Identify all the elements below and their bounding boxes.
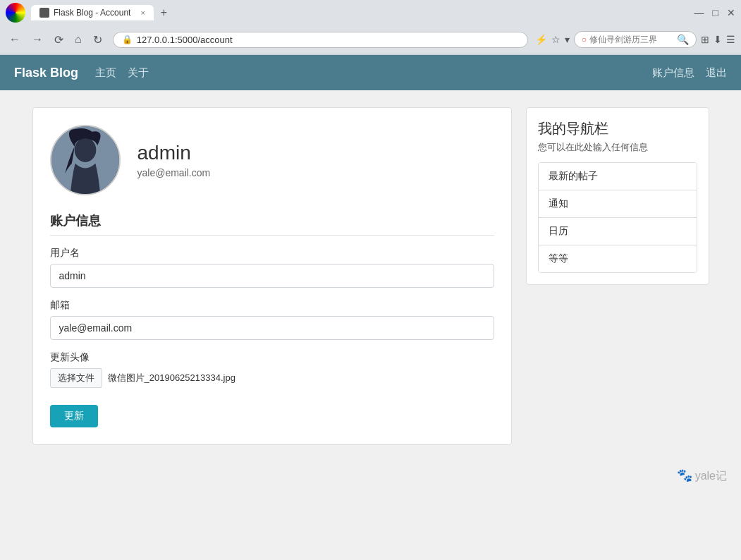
watermark: 🐾 yale记	[0, 462, 741, 487]
profile-email: yale@email.com	[137, 167, 211, 178]
new-tab-button[interactable]: +	[157, 5, 171, 20]
username-label: 用户名	[50, 247, 494, 260]
tab-close-button[interactable]: ×	[140, 8, 145, 17]
tab-favicon	[39, 8, 49, 18]
search-bar-container: ○ 🔍	[574, 31, 697, 48]
navbar-link-home[interactable]: 主页	[95, 66, 116, 80]
sidebar-title: 我的导航栏	[538, 119, 697, 138]
minimize-button[interactable]: —	[694, 7, 704, 18]
svg-point-1	[74, 138, 96, 162]
sidebar-nav-item-2[interactable]: 日历	[539, 218, 697, 245]
chevron-down-icon[interactable]: ▾	[565, 34, 570, 45]
profile-username: admin	[137, 142, 211, 164]
navbar-right: 账户信息 退出	[652, 66, 727, 80]
home-button[interactable]: ⌂	[71, 32, 85, 47]
profile-section: admin yale@email.com	[50, 125, 494, 195]
address-bar[interactable]	[137, 35, 519, 45]
sidebar-nav: 最新的帖子 通知 日历 等等	[538, 162, 697, 273]
submit-button[interactable]: 更新	[50, 405, 98, 427]
file-name-display: 微信图片_20190625213334.jpg	[108, 372, 235, 384]
profile-info: admin yale@email.com	[137, 142, 211, 178]
sidebar-nav-item-1[interactable]: 通知	[539, 190, 697, 218]
main-content: admin yale@email.com 账户信息 用户名 邮箱 更新头像 选择…	[18, 90, 723, 462]
right-sidebar: 我的导航栏 您可以在此处输入任何信息 最新的帖子 通知 日历 等等	[526, 107, 709, 445]
search-input[interactable]	[589, 35, 674, 44]
lightning-icon: ⚡	[535, 34, 547, 45]
username-group: 用户名	[50, 247, 494, 288]
tab-title: Flask Blog - Account	[54, 8, 130, 18]
email-label: 邮箱	[50, 299, 494, 312]
sidebar-nav-item-3[interactable]: 等等	[539, 245, 697, 272]
navbar-logout-link[interactable]: 退出	[706, 66, 727, 80]
avatar-label: 更新头像	[50, 351, 494, 364]
security-icon: 🔒	[122, 35, 133, 44]
navbar-link-about[interactable]: 关于	[128, 66, 149, 80]
email-input[interactable]	[50, 316, 494, 340]
grid-icon[interactable]: ⊞	[701, 34, 709, 45]
navbar-account-link[interactable]: 账户信息	[652, 66, 694, 80]
email-group: 邮箱	[50, 299, 494, 340]
file-input-wrap: 选择文件 微信图片_20190625213334.jpg	[50, 368, 494, 388]
navbar-brand[interactable]: Flask Blog	[14, 66, 78, 80]
address-bar-container: 🔒	[113, 32, 528, 48]
search-submit-icon[interactable]: 🔍	[677, 34, 689, 45]
left-panel: admin yale@email.com 账户信息 用户名 邮箱 更新头像 选择…	[32, 107, 512, 445]
reload-button[interactable]: ⟳	[51, 32, 67, 48]
close-button[interactable]: ✕	[727, 7, 735, 18]
sidebar-subtitle: 您可以在此处输入任何信息	[538, 141, 697, 154]
forward-button[interactable]: →	[28, 32, 47, 47]
file-choose-button[interactable]: 选择文件	[50, 368, 102, 388]
sidebar-nav-item-0[interactable]: 最新的帖子	[539, 163, 697, 190]
search-logo: ○	[582, 35, 587, 44]
maximize-button[interactable]: □	[713, 7, 718, 18]
watermark-text: yale记	[695, 470, 727, 482]
download-icon[interactable]: ⬇	[714, 34, 722, 45]
watermark-icon: 🐾	[677, 468, 692, 482]
navbar-links: 主页 关于	[95, 66, 652, 80]
navbar: Flask Blog 主页 关于 账户信息 退出	[0, 55, 741, 90]
star-icon[interactable]: ☆	[551, 34, 561, 45]
section-title: 账户信息	[50, 212, 494, 229]
browser-tab[interactable]: Flask Blog - Account ×	[31, 5, 154, 20]
avatar-group: 更新头像 选择文件 微信图片_20190625213334.jpg	[50, 351, 494, 388]
avatar	[50, 125, 121, 195]
username-input[interactable]	[50, 264, 494, 288]
menu-icon[interactable]: ☰	[726, 34, 735, 45]
sidebar-card: 我的导航栏 您可以在此处输入任何信息 最新的帖子 通知 日历 等等	[526, 107, 709, 285]
section-divider	[50, 235, 494, 236]
back-button[interactable]: ←	[6, 32, 24, 47]
bookmarks-button[interactable]: ↻	[90, 32, 106, 48]
